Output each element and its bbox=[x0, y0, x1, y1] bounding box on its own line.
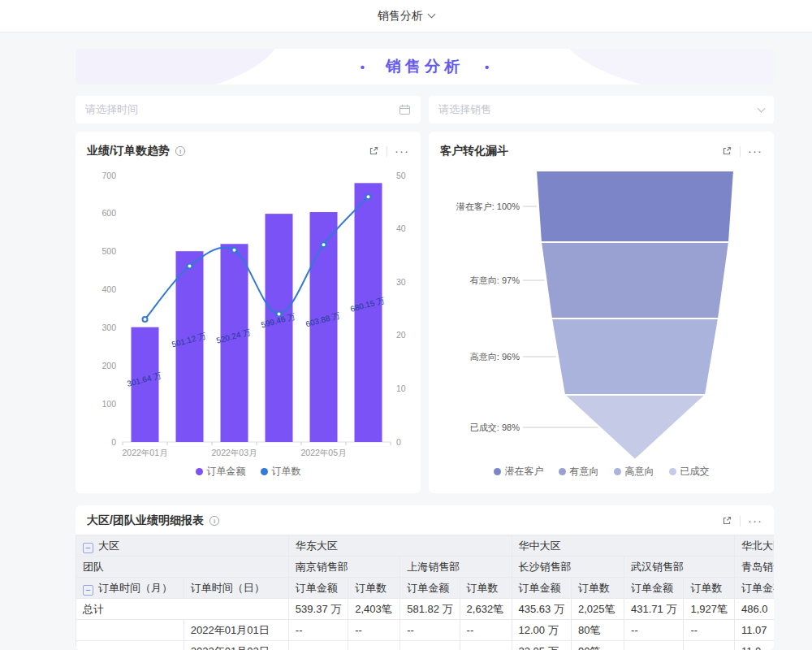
table-value-cell: -- bbox=[684, 641, 735, 650]
page-title[interactable]: 销售分析 bbox=[378, 9, 423, 24]
table-header-cell: −大区 bbox=[76, 535, 289, 557]
trend-card-header: 业绩/订单数趋势 i ··· bbox=[87, 141, 409, 161]
svg-text:100: 100 bbox=[102, 399, 116, 409]
table-value-cell: 539.37 万 bbox=[288, 599, 348, 620]
svg-text:30: 30 bbox=[396, 277, 406, 287]
line-point[interactable] bbox=[322, 242, 326, 247]
table-row-label bbox=[76, 620, 184, 641]
table-title-text: 大区/团队业绩明细报表 bbox=[87, 514, 204, 528]
table-row-label: 2022年01月01日 bbox=[184, 620, 288, 641]
table-header-cell: −订单时间（月） bbox=[76, 578, 184, 599]
table-value-cell: 581.82 万 bbox=[400, 599, 460, 620]
sales-filter-select[interactable]: 请选择销售 bbox=[429, 96, 774, 124]
table-header-cell: 订单金额 bbox=[512, 578, 571, 599]
legend-swatch bbox=[196, 468, 203, 475]
legend-item[interactable]: 已成交 bbox=[669, 465, 710, 479]
table-value-cell: -- bbox=[460, 641, 512, 650]
sales-filter-placeholder: 请选择销售 bbox=[438, 102, 491, 117]
legend-item[interactable]: 订单数 bbox=[261, 465, 301, 479]
calendar-icon bbox=[399, 104, 411, 115]
export-icon[interactable] bbox=[368, 145, 379, 157]
report-table-card: 大区/团队业绩明细报表 i ··· −大区华东大区华中大区华北大区团队南京销售部… bbox=[76, 505, 774, 650]
table-value-cell: 11.07 bbox=[734, 620, 774, 641]
table-row: 总计539.37 万2,403笔581.82 万2,632笔435.63 万2,… bbox=[76, 599, 775, 620]
table-header-cell: 华中大区 bbox=[512, 535, 734, 557]
svg-text:500: 500 bbox=[102, 246, 116, 256]
legend-label: 订单金额 bbox=[207, 465, 246, 479]
line-point[interactable] bbox=[143, 317, 148, 322]
funnel-stage-label: 高意向: 96% bbox=[470, 352, 520, 362]
svg-text:300: 300 bbox=[102, 323, 116, 332]
table-value-cell: -- bbox=[348, 641, 400, 650]
funnel-card-header: 客户转化漏斗 ··· bbox=[440, 141, 762, 161]
export-icon[interactable] bbox=[721, 515, 732, 526]
table-value-cell: 2,632笔 bbox=[460, 599, 512, 620]
funnel-stage[interactable] bbox=[536, 171, 734, 242]
funnel-stage[interactable] bbox=[541, 242, 729, 318]
info-icon[interactable]: i bbox=[209, 515, 220, 526]
table-value-cell: 12.00 万 bbox=[512, 620, 571, 641]
legend-item[interactable]: 潜在客户 bbox=[494, 465, 544, 479]
info-icon[interactable]: i bbox=[175, 145, 186, 157]
line-point[interactable] bbox=[188, 264, 192, 269]
table-value-cell: -- bbox=[288, 620, 348, 641]
legend-swatch bbox=[261, 468, 268, 475]
table-header-cell: 订单金额 bbox=[400, 578, 460, 599]
bar[interactable] bbox=[266, 214, 293, 442]
table-header-cell: 订单时间（日） bbox=[184, 578, 288, 599]
funnel-stage-label: 已成交: 98% bbox=[470, 422, 520, 432]
bar[interactable] bbox=[355, 183, 382, 442]
collapse-icon[interactable]: − bbox=[83, 543, 93, 553]
table-value-cell: 11.0 bbox=[734, 641, 774, 650]
more-actions-icon[interactable]: ··· bbox=[748, 147, 762, 155]
table-value-cell: 2,025笔 bbox=[571, 599, 624, 620]
table-value-cell: -- bbox=[624, 641, 684, 650]
action-divider bbox=[740, 146, 741, 157]
table-row-label bbox=[76, 641, 184, 650]
svg-text:50: 50 bbox=[396, 171, 406, 180]
trend-card-actions: ··· bbox=[368, 145, 409, 157]
funnel-chart-canvas: 潜在客户: 100%有意向: 97%高意向: 96%已成交: 98% bbox=[440, 164, 762, 462]
filter-bar: 请选择时间 请选择销售 bbox=[76, 96, 774, 124]
legend-label: 订单数 bbox=[272, 465, 301, 479]
funnel-stage-label: 潜在客户: 100% bbox=[456, 202, 520, 211]
legend-item[interactable]: 高意向 bbox=[614, 465, 654, 479]
topbar: 销售分析 bbox=[0, 0, 812, 32]
more-actions-icon[interactable]: ··· bbox=[395, 147, 409, 155]
line-point[interactable] bbox=[232, 248, 237, 253]
svg-text:400: 400 bbox=[102, 284, 116, 294]
more-actions-icon[interactable]: ··· bbox=[748, 517, 762, 525]
svg-text:40: 40 bbox=[396, 223, 406, 233]
legend-label: 潜在客户 bbox=[505, 465, 544, 479]
table-header-cell: 华北大区 bbox=[734, 535, 774, 557]
table-card-actions: ··· bbox=[721, 515, 762, 526]
export-icon[interactable] bbox=[721, 145, 732, 157]
time-filter-select[interactable]: 请选择时间 bbox=[76, 96, 421, 124]
table-header-cell: 订单金额 bbox=[288, 578, 348, 599]
svg-text:i: i bbox=[179, 148, 181, 155]
time-filter-placeholder: 请选择时间 bbox=[85, 102, 138, 117]
dashboard-banner: • 销售分析 • bbox=[76, 49, 774, 84]
chevron-down-icon[interactable] bbox=[428, 11, 436, 19]
legend-item[interactable]: 有意向 bbox=[559, 465, 599, 479]
legend-item[interactable]: 订单金额 bbox=[196, 465, 246, 479]
table-value-cell: 431.71 万 bbox=[624, 599, 684, 620]
table-value-cell: -- bbox=[348, 620, 400, 641]
funnel-card-title: 客户转化漏斗 bbox=[440, 144, 508, 158]
table-card-title: 大区/团队业绩明细报表 i bbox=[87, 514, 220, 528]
funnel-stage[interactable] bbox=[551, 318, 719, 395]
table-value-cell: 435.63 万 bbox=[512, 599, 571, 620]
table-header-cell: 订单金额 bbox=[734, 578, 774, 599]
table-value-cell: 2,403笔 bbox=[348, 599, 400, 620]
line-point[interactable] bbox=[366, 194, 371, 199]
action-divider bbox=[387, 146, 387, 157]
charts-row: 业绩/订单数趋势 i ··· 01002003004005 bbox=[76, 132, 774, 493]
funnel-stage-label: 有意向: 97% bbox=[470, 275, 520, 285]
table-row-label: 2022年01月02日 bbox=[184, 641, 288, 650]
svg-text:700: 700 bbox=[102, 171, 116, 180]
trend-chart-canvas: 010020030040050060070001020304050301.64 … bbox=[87, 164, 409, 462]
legend-swatch bbox=[559, 468, 566, 475]
table-header-cell: 订单数 bbox=[684, 578, 735, 599]
table-value-cell: 80笔 bbox=[571, 620, 624, 641]
collapse-icon[interactable]: − bbox=[83, 585, 93, 596]
